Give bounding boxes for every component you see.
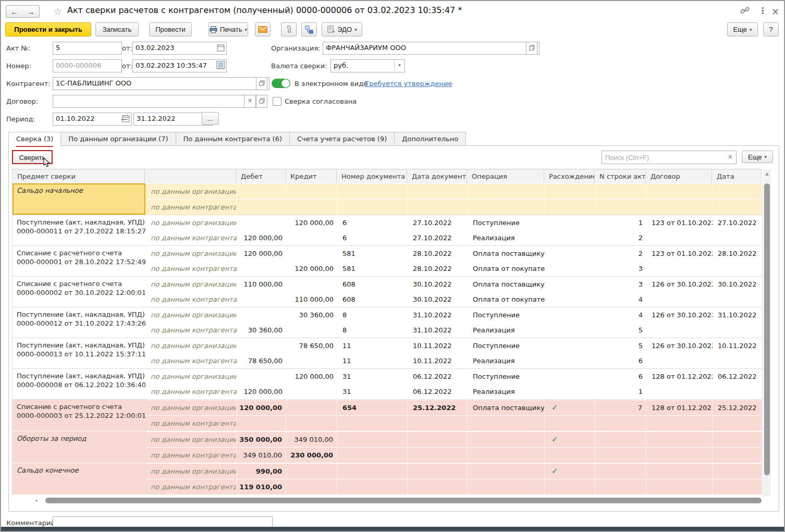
discrepancy-cell[interactable]: [545, 183, 595, 199]
debit-cell[interactable]: 119 010,00: [237, 479, 286, 494]
contract-field[interactable]: ▾: [53, 95, 260, 108]
debit-cell[interactable]: [237, 215, 286, 230]
date-cell[interactable]: [713, 353, 762, 368]
debit-cell[interactable]: 990,00: [237, 463, 286, 479]
org-data-label[interactable]: по данным организации: [145, 307, 237, 323]
table-row[interactable]: Списание с расчетного счета0000-000001 о…: [13, 246, 762, 277]
date-cell[interactable]: [713, 447, 762, 463]
discrepancy-cell[interactable]: [545, 479, 595, 494]
column-header-1[interactable]: [145, 169, 236, 184]
operation-cell[interactable]: [468, 183, 545, 199]
document-structure-button[interactable]: [301, 22, 317, 36]
operation-cell[interactable]: [468, 415, 545, 431]
date-cell[interactable]: [713, 415, 762, 431]
line_no-cell[interactable]: [595, 415, 646, 431]
date-cell[interactable]: 25.12.2022: [713, 400, 762, 415]
credit-cell[interactable]: [286, 230, 337, 245]
credit-cell[interactable]: 30 360,00: [286, 307, 337, 323]
doc_date-cell[interactable]: [408, 447, 468, 463]
doc_num-cell[interactable]: [337, 415, 408, 431]
contract-cell[interactable]: [646, 431, 713, 447]
tab-4[interactable]: Дополнительно: [395, 132, 466, 146]
operation-cell[interactable]: Оплата поставщику: [468, 400, 545, 415]
date-cell[interactable]: [713, 479, 762, 494]
operation-cell[interactable]: Реализация: [468, 353, 545, 368]
discrepancy-cell[interactable]: [545, 415, 595, 431]
operation-cell[interactable]: [468, 447, 545, 463]
discrepancy-cell[interactable]: [545, 369, 595, 384]
vertical-scrollbar[interactable]: ▲: [763, 169, 771, 497]
doc_date-cell[interactable]: 30.10.2022: [408, 277, 468, 292]
discrepancy-cell[interactable]: [545, 199, 595, 215]
date-cell[interactable]: [713, 261, 762, 276]
org-data-label[interactable]: по данным организации: [145, 463, 237, 479]
debit-cell[interactable]: [237, 369, 286, 384]
line_no-cell[interactable]: 3: [595, 261, 646, 276]
column-header-6[interactable]: Операция: [467, 169, 544, 184]
contract-cell[interactable]: [646, 230, 713, 245]
doc_num-cell[interactable]: [337, 463, 408, 479]
doc_date-cell[interactable]: 27.10.2022: [408, 230, 468, 245]
history-icon[interactable]: [216, 61, 225, 69]
doc_num-cell[interactable]: [337, 479, 408, 494]
debit-cell[interactable]: [237, 307, 286, 323]
favorite-star-icon[interactable]: ☆: [53, 6, 62, 17]
counterparty-field[interactable]: 1С-ПАБЛИШИНГ ООО ▾: [53, 77, 269, 90]
discrepancy-cell[interactable]: [545, 323, 595, 338]
doc_num-cell[interactable]: 6: [337, 215, 408, 230]
tab-1[interactable]: По данным организации (7): [61, 132, 176, 146]
line_no-cell[interactable]: 3: [595, 277, 646, 292]
discrepancy-cell[interactable]: [545, 447, 595, 463]
tab-2[interactable]: По данным контрагента (6): [176, 132, 290, 146]
organization-field[interactable]: ФРАНЧАЙЗАРИУМ ООО ▾: [323, 42, 539, 55]
debit-cell[interactable]: 120 000,00: [237, 246, 286, 261]
credit-cell[interactable]: [286, 323, 337, 338]
date-cell[interactable]: 27.10.2022: [713, 215, 762, 230]
doc_num-cell[interactable]: 11: [337, 338, 408, 353]
line_no-cell[interactable]: 5: [595, 338, 646, 353]
period-more-button[interactable]: ...: [202, 112, 219, 125]
doc_date-cell[interactable]: 31.10.2022: [408, 307, 468, 323]
discrepancy-cell[interactable]: [545, 215, 595, 230]
discrepancy-cell[interactable]: [545, 277, 595, 292]
scroll-up-icon[interactable]: ▲: [763, 171, 771, 176]
discrepancy-cell[interactable]: [545, 230, 595, 245]
contract-cell[interactable]: [646, 353, 713, 368]
contract-cell[interactable]: 123 от 01.10.2022: [646, 215, 713, 230]
debit-cell[interactable]: [237, 261, 286, 276]
org-data-label[interactable]: по данным организации: [145, 246, 237, 261]
operation-cell[interactable]: Поступление: [468, 369, 545, 384]
doc_num-cell[interactable]: 581: [337, 261, 408, 276]
discrepancy-cell[interactable]: [545, 384, 595, 399]
more-menu-icon[interactable]: ⋮: [758, 6, 767, 16]
column-header-2[interactable]: Дебет: [236, 169, 286, 184]
credit-cell[interactable]: [286, 183, 337, 199]
period-from-field[interactable]: 01.10.2022: [53, 113, 132, 126]
column-header-9[interactable]: Договор: [646, 169, 712, 184]
doc_date-cell[interactable]: 27.10.2022: [408, 215, 468, 230]
doc_date-cell[interactable]: 28.10.2022: [408, 246, 468, 261]
credit-cell[interactable]: [286, 277, 337, 292]
line_no-cell[interactable]: 6: [595, 369, 646, 384]
table-row[interactable]: Поступление (акт, накладная, УПД)0000-00…: [13, 307, 762, 338]
contract-cell[interactable]: [646, 415, 713, 431]
search-clear-button[interactable]: ×: [725, 151, 737, 164]
operation-cell[interactable]: Оплата от покупателя: [468, 261, 545, 276]
organization-open-button[interactable]: [526, 42, 537, 55]
operation-cell[interactable]: Поступление: [468, 215, 545, 230]
doc_date-cell[interactable]: 25.12.2022: [408, 400, 468, 415]
contract-clear-button[interactable]: ×: [244, 95, 256, 108]
doc_date-cell[interactable]: 10.11.2022: [408, 353, 468, 368]
credit-cell[interactable]: 230 000,00: [286, 447, 337, 463]
counterparty-data-label[interactable]: по данным контрагента: [145, 415, 237, 431]
send-email-button[interactable]: [255, 22, 271, 36]
line_no-cell[interactable]: 2: [595, 230, 646, 245]
line_no-cell[interactable]: [595, 463, 646, 479]
discrepancy-cell[interactable]: [545, 338, 595, 353]
debit-cell[interactable]: 110 000,00: [237, 277, 286, 292]
doc_num-cell[interactable]: 31: [337, 384, 408, 399]
contract-cell[interactable]: 126 от 30.10.2022: [646, 307, 713, 323]
table-row[interactable]: Обороты за периодпо данным организации35…: [13, 431, 762, 463]
counterparty-data-label[interactable]: по данным контрагента: [145, 292, 237, 307]
counterparty-data-label[interactable]: по данным контрагента: [145, 323, 237, 338]
